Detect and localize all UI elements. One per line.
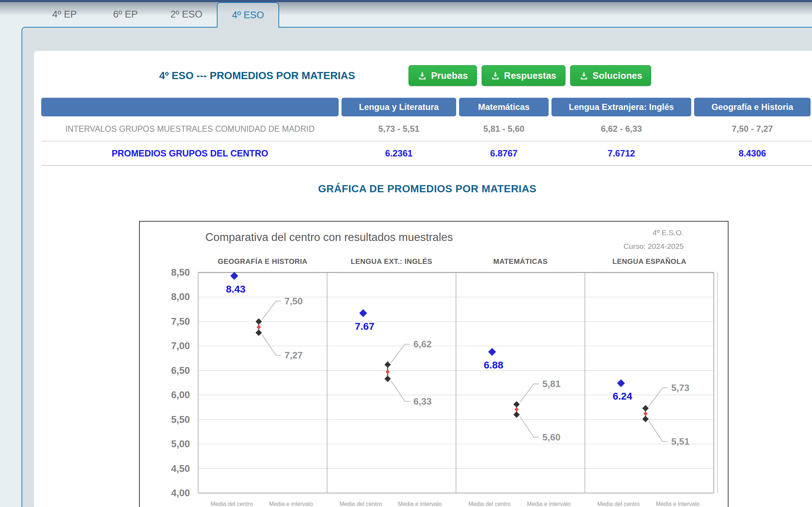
interval-low-point bbox=[384, 376, 391, 382]
results-table: Lengua y Literatura Matemáticas Lengua E… bbox=[41, 98, 812, 166]
pruebas-download-button[interactable]: Pruebas bbox=[409, 65, 477, 86]
svg-text:8.43: 8.43 bbox=[226, 284, 245, 295]
intervalo-ingles: 6,62 - 6,33 bbox=[551, 117, 691, 141]
interval-high-point bbox=[514, 401, 520, 407]
results-card: 4º ESO --- PROMEDIOS POR MATERIAS Prueba… bbox=[34, 51, 812, 507]
svg-text:Media del centro: Media del centro bbox=[468, 501, 511, 507]
column-header-ingles: Lengua Extranjera: Inglés bbox=[551, 98, 691, 116]
pruebas-label: Pruebas bbox=[431, 70, 468, 81]
svg-text:6,50: 6,50 bbox=[171, 365, 190, 376]
interval-mid-point bbox=[386, 370, 390, 374]
svg-text:GEOGRAFÍA E HISTORIA: GEOGRAFÍA E HISTORIA bbox=[218, 257, 307, 265]
svg-text:6,62: 6,62 bbox=[414, 339, 432, 349]
tab-6ep[interactable]: 6º EP bbox=[95, 2, 156, 27]
page-title: 4º ESO --- PROMEDIOS POR MATERIAS bbox=[34, 70, 409, 82]
svg-text:LENGUA EXT.: INGLÉS: LENGUA EXT.: INGLÉS bbox=[351, 257, 433, 265]
soluciones-download-button[interactable]: Soluciones bbox=[570, 65, 651, 86]
svg-text:4º E.S.O.: 4º E.S.O. bbox=[653, 228, 684, 237]
svg-text:Curso: 2024-2025: Curso: 2024-2025 bbox=[624, 242, 684, 250]
row-label: PROMEDIOS GRUPOS DEL CENTRO bbox=[41, 141, 339, 165]
respuestas-label: Respuestas bbox=[504, 70, 557, 81]
table-header-row: Lengua y Literatura Matemáticas Lengua E… bbox=[41, 98, 812, 116]
svg-text:7.67: 7.67 bbox=[355, 321, 374, 332]
grade-tab-strip: 4º EP 6º EP 2º ESO 4º ESO bbox=[0, 2, 812, 27]
chart-panel-0: GEOGRAFÍA E HISTORIA8.437,507,27Media de… bbox=[210, 257, 313, 507]
page: 4º EP 6º EP 2º ESO 4º ESO 4º ESO --- PRO… bbox=[0, 0, 812, 507]
intervalo-geografia-historia: 7,50 - 7,27 bbox=[694, 117, 811, 141]
card-header: 4º ESO --- PROMEDIOS POR MATERIAS Prueba… bbox=[34, 51, 812, 86]
svg-text:6,00: 6,00 bbox=[171, 390, 190, 400]
promedio-geografia-historia: 8.4306 bbox=[694, 141, 811, 165]
interval-mid-point bbox=[643, 411, 648, 416]
download-icon bbox=[579, 71, 589, 81]
tab-4ep[interactable]: 4º EP bbox=[34, 2, 95, 27]
interval-low-point bbox=[642, 416, 649, 422]
svg-text:6.24: 6.24 bbox=[613, 391, 632, 402]
promedio-ingles: 7.6712 bbox=[551, 141, 691, 165]
chart-panel-2: MATEMÁTICAS6.885,815,60Media del centroM… bbox=[468, 257, 571, 507]
download-buttons: Pruebas Respuestas Soluciones bbox=[409, 65, 651, 86]
chart-section-heading: GRÁFICA DE PROMEDIOS POR MATERIAS bbox=[34, 183, 812, 195]
intervalo-matematicas: 5,81 - 5,60 bbox=[459, 117, 549, 141]
svg-text:LENGUA ESPAÑOLA: LENGUA ESPAÑOLA bbox=[612, 257, 686, 265]
svg-text:Media del centro: Media del centro bbox=[597, 501, 640, 507]
center-mean-point bbox=[359, 309, 367, 317]
chart-panel-1: LENGUA EXT.: INGLÉS7.676,626,33Media del… bbox=[339, 257, 442, 507]
interval-high-point bbox=[384, 361, 391, 368]
promedio-matematicas: 6.8767 bbox=[459, 141, 549, 165]
chart-frame: 4,004,505,005,506,006,507,007,508,008,50… bbox=[139, 221, 729, 507]
download-icon bbox=[417, 71, 427, 81]
comparison-chart: 4,004,505,005,506,006,507,007,508,008,50… bbox=[140, 222, 728, 507]
interval-mid-point bbox=[257, 325, 261, 329]
interval-low-point bbox=[514, 411, 520, 418]
download-icon bbox=[491, 71, 500, 81]
center-mean-point bbox=[230, 272, 238, 280]
interval-low-point bbox=[255, 329, 262, 336]
svg-text:Media del centro: Media del centro bbox=[210, 501, 253, 507]
chart-panel-3: LENGUA ESPAÑOLA6.245,735,51Media del cen… bbox=[597, 257, 700, 507]
svg-text:8,00: 8,00 bbox=[171, 291, 190, 302]
svg-text:7,50: 7,50 bbox=[285, 296, 303, 306]
svg-text:Comparativa del centro con res: Comparativa del centro con resultados mu… bbox=[205, 231, 453, 243]
table-corner-cell bbox=[41, 98, 339, 116]
table-row-intervalos: INTERVALOS GRUPOS MUESTRALES COMUNIDAD D… bbox=[41, 117, 812, 141]
svg-text:4,50: 4,50 bbox=[171, 463, 190, 474]
tab-4eso-active[interactable]: 4º ESO bbox=[217, 2, 279, 28]
svg-text:Media e intervalo: Media e intervalo bbox=[527, 501, 571, 507]
soluciones-label: Soluciones bbox=[593, 70, 643, 81]
svg-text:5,60: 5,60 bbox=[543, 432, 561, 443]
svg-text:5,50: 5,50 bbox=[171, 414, 190, 425]
svg-text:7,00: 7,00 bbox=[171, 341, 190, 351]
svg-text:7,27: 7,27 bbox=[285, 350, 303, 361]
tab-2eso[interactable]: 2º ESO bbox=[156, 2, 217, 27]
svg-text:4,00: 4,00 bbox=[171, 488, 190, 498]
svg-text:6.88: 6.88 bbox=[484, 359, 503, 371]
column-header-matematicas: Matemáticas bbox=[459, 98, 549, 116]
tab-content-panel: 4º ESO --- PROMEDIOS POR MATERIAS Prueba… bbox=[22, 27, 812, 507]
svg-text:Media e intervalo: Media e intervalo bbox=[656, 501, 699, 507]
column-header-geografia-historia: Geografía e Historia bbox=[694, 98, 811, 116]
interval-mid-point bbox=[515, 407, 519, 412]
center-mean-point bbox=[617, 379, 625, 387]
svg-text:6,33: 6,33 bbox=[414, 396, 432, 407]
svg-text:5,73: 5,73 bbox=[671, 382, 689, 393]
svg-text:Media del centro: Media del centro bbox=[339, 501, 382, 507]
svg-text:Media e intervalo: Media e intervalo bbox=[269, 501, 313, 507]
center-mean-point bbox=[488, 348, 496, 356]
row-label: INTERVALOS GRUPOS MUESTRALES COMUNIDAD D… bbox=[41, 117, 339, 141]
interval-high-point bbox=[255, 318, 262, 325]
intervalo-lengua-literatura: 5,73 - 5,51 bbox=[341, 117, 456, 141]
svg-text:Media e intervalo: Media e intervalo bbox=[398, 501, 442, 507]
respuestas-download-button[interactable]: Respuestas bbox=[482, 65, 565, 86]
svg-text:8,50: 8,50 bbox=[171, 267, 190, 278]
svg-text:5,00: 5,00 bbox=[171, 439, 190, 449]
svg-text:5,51: 5,51 bbox=[671, 436, 689, 447]
column-header-lengua-literatura: Lengua y Literatura bbox=[341, 98, 456, 116]
promedio-lengua-literatura: 6.2361 bbox=[341, 141, 456, 165]
interval-high-point bbox=[642, 405, 649, 411]
table-row-promedios: PROMEDIOS GRUPOS DEL CENTRO 6.2361 6.876… bbox=[41, 141, 812, 166]
svg-text:7,50: 7,50 bbox=[171, 316, 190, 327]
svg-text:5,81: 5,81 bbox=[543, 378, 561, 389]
svg-text:MATEMÁTICAS: MATEMÁTICAS bbox=[493, 257, 548, 265]
